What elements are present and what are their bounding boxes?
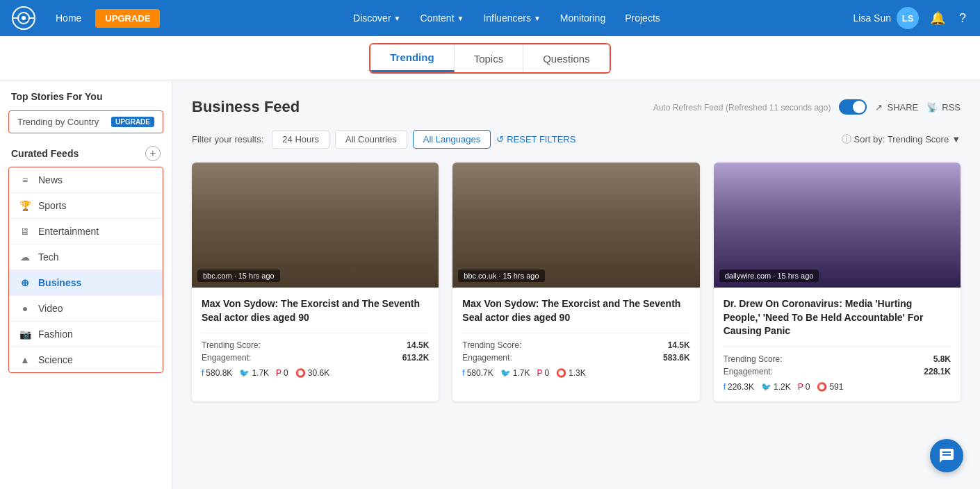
article-card: bbc.com · 15 hrs ago Max Von Sydow: The … [192,163,439,401]
engagement-label: Engagement: [202,353,251,363]
help-icon[interactable]: ? [956,8,969,28]
engagement-row: Engagement: 613.2K [202,353,429,363]
card-source: dailywire.com · 15 hrs ago [719,270,819,282]
card-title[interactable]: Max Von Sydow: The Exorcist and The Seve… [202,297,429,324]
app-logo[interactable] [11,6,36,31]
engagement-label: Engagement: [724,367,773,376]
nav-right: Lisa Sun LS 🔔 ? [854,7,970,29]
social-stats-row: f 226.3K 🐦 1.2K P 0 [724,382,951,392]
sidebar-item-news[interactable]: ≡ News [9,167,163,193]
influencers-tab[interactable]: Influencers ▼ [475,8,548,28]
home-button[interactable]: Home [47,8,90,28]
card-source: bbc.com · 15 hrs ago [197,270,280,282]
sidebar-item-label: Sports [38,200,66,211]
tab-topics[interactable]: Topics [455,44,524,72]
sidebar-item-entertainment[interactable]: 🖥 Entertainment [9,219,163,244]
twitter-count: 1.2K [774,382,791,392]
user-menu[interactable]: Lisa Sun LS [854,7,919,29]
sidebar-item-label: Video [38,303,63,314]
facebook-stat: f 580.8K [202,368,232,378]
card-image: bbc.com · 15 hrs ago [192,163,439,288]
sidebar-item-sports[interactable]: 🏆 Sports [9,193,163,219]
curated-feeds-list: ≡ News 🏆 Sports 🖥 Entertainment ☁ Tech ⊕… [8,167,163,373]
monitoring-tab[interactable]: Monitoring [552,8,614,28]
tab-questions[interactable]: Questions [523,44,610,72]
twitter-icon: 🐦 [239,368,250,378]
card-stats: Trending Score: 14.5K Engagement: 583.6K… [462,333,689,378]
trending-score-label: Trending Score: [462,340,521,350]
sidebar-item-label: Science [38,354,73,365]
trending-score-row: Trending Score: 14.5K [202,340,429,350]
card-title[interactable]: Max Von Sydow: The Exorcist and The Seve… [462,297,689,324]
business-icon: ⊕ [19,277,31,288]
notifications-bell-icon[interactable]: 🔔 [927,8,948,28]
reddit-icon: ⭕ [817,382,827,392]
refreshed-text: (Refreshed 11 seconds ago) [726,103,831,113]
filter-time[interactable]: 24 Hours [272,130,329,149]
sub-tabs-container: Trending Topics Questions [369,43,610,74]
facebook-icon: f [724,382,726,392]
sidebar-item-fashion[interactable]: 📷 Fashion [9,322,163,347]
reset-filters-button[interactable]: ↺ RESET FILTERS [496,134,575,144]
reddit-stat: ⭕ 1.3K [556,368,586,378]
trending-by-country-button[interactable]: Trending by Country UPGRADE [8,110,163,133]
discover-arrow-icon: ▼ [394,15,401,22]
engagement-value: 228.1K [924,367,951,376]
share-button[interactable]: ↗ SHARE [875,102,918,113]
reddit-count: 591 [829,382,843,392]
upgrade-button[interactable]: UPGRADE [95,9,160,28]
sidebar-item-label: Fashion [38,329,73,340]
card-image: bbc.co.uk · 15 hrs ago [452,163,699,288]
tab-trending[interactable]: Trending [370,44,454,72]
facebook-stat: f 226.3K [724,382,754,392]
sidebar-item-tech[interactable]: ☁ Tech [9,244,163,270]
auto-refresh-toggle[interactable] [839,99,867,115]
pinterest-count: 0 [544,368,549,378]
projects-tab[interactable]: Projects [616,8,669,28]
chat-button[interactable] [930,439,963,472]
sort-chevron-icon: ▼ [952,134,961,144]
reddit-icon: ⭕ [295,368,306,378]
content-tab[interactable]: Content ▼ [411,8,472,28]
content-arrow-icon: ▼ [457,15,464,22]
rss-icon: 📡 [926,102,938,113]
social-stats-row: f 580.7K 🐦 1.7K P 0 [462,368,689,378]
top-navigation: Home UPGRADE Discover ▼ Content ▼ Influe… [0,0,980,36]
filter-languages[interactable]: All Languages [413,130,491,149]
reddit-stat: ⭕ 30.6K [295,368,329,378]
social-stats-row: f 580.8K 🐦 1.7K P 0 [202,368,429,378]
news-icon: ≡ [19,174,31,185]
auto-refresh-label: Auto Refresh Feed (Refreshed 11 seconds … [653,102,831,113]
card-stats: Trending Score: 14.5K Engagement: 613.2K… [202,333,429,378]
twitter-stat: 🐦 1.7K [500,368,530,378]
trending-score-label: Trending Score: [202,340,261,350]
rss-button[interactable]: 📡 RSS [926,102,961,113]
entertainment-icon: 🖥 [19,226,31,237]
pinterest-stat: P 0 [798,382,810,392]
facebook-count: 580.8K [206,368,232,378]
reddit-count: 1.3K [569,368,586,378]
sidebar-item-science[interactable]: ▲ Science [9,347,163,372]
reset-icon: ↺ [496,134,504,144]
trending-score-row: Trending Score: 5.8K [724,354,951,364]
add-curated-feed-button[interactable]: + [145,146,161,161]
reddit-count: 30.6K [308,368,329,378]
engagement-row: Engagement: 228.1K [724,367,951,376]
twitter-stat: 🐦 1.7K [239,368,269,378]
feed-header: Business Feed Auto Refresh Feed (Refresh… [192,98,961,116]
sidebar-item-video[interactable]: ● Video [9,296,163,322]
sidebar-item-business[interactable]: ⊕ Business [9,270,163,296]
engagement-row: Engagement: 583.6K [462,353,689,363]
card-source: bbc.co.uk · 15 hrs ago [458,270,544,282]
discover-tab[interactable]: Discover ▼ [345,8,409,28]
pinterest-icon: P [537,368,542,378]
engagement-label: Engagement: [462,353,512,363]
sort-control[interactable]: ⓘ Sort by: Trending Score ▼ [842,133,961,146]
pinterest-stat: P 0 [276,368,288,378]
facebook-icon: f [462,368,464,378]
card-title[interactable]: Dr. Drew On Coronavirus: Media 'Hurting … [724,297,951,338]
twitter-icon: 🐦 [761,382,771,392]
sidebar-item-label: Entertainment [38,226,99,237]
filter-countries[interactable]: All Countries [335,130,407,149]
feed-actions: Auto Refresh Feed (Refreshed 11 seconds … [653,99,961,115]
